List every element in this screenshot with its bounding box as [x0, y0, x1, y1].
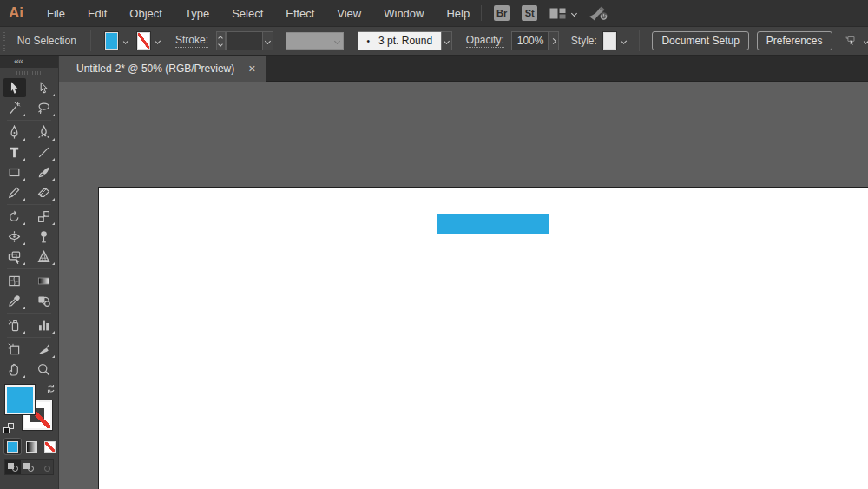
- workspace-layout-icon: [549, 8, 566, 19]
- select-similar-icon[interactable]: [845, 33, 858, 49]
- tool-width[interactable]: [3, 227, 26, 246]
- perspective-grid-icon: [36, 249, 51, 264]
- tool-selection[interactable]: [3, 78, 26, 97]
- stepper-up-icon[interactable]: [218, 36, 223, 41]
- tool-eraser[interactable]: [33, 182, 56, 202]
- tool-perspective-grid[interactable]: [33, 247, 56, 266]
- workspace-switcher[interactable]: [549, 8, 576, 19]
- fill-swatch[interactable]: [5, 385, 35, 414]
- fill-color-swatch[interactable]: [105, 32, 118, 50]
- canvas-pasteboard[interactable]: [59, 82, 868, 489]
- tool-magic-wand[interactable]: [3, 98, 26, 117]
- tool-type[interactable]: [3, 142, 26, 162]
- tool-hand[interactable]: [3, 360, 26, 379]
- tool-mesh[interactable]: [3, 271, 26, 290]
- tool-gradient[interactable]: [33, 271, 56, 290]
- panel-grip[interactable]: [3, 30, 5, 51]
- menu-type[interactable]: Type: [174, 7, 220, 20]
- tool-lasso[interactable]: [33, 98, 56, 117]
- select-similar-chevron-icon[interactable]: [864, 38, 868, 43]
- menu-file[interactable]: File: [36, 7, 76, 20]
- tool-row: [0, 78, 58, 98]
- tool-row: [0, 227, 58, 247]
- tool-shaper[interactable]: [3, 182, 26, 202]
- tool-eyedropper[interactable]: [3, 291, 26, 310]
- eraser-icon: [36, 185, 51, 200]
- style-chevron-icon[interactable]: [621, 38, 626, 43]
- tool-slice[interactable]: [33, 340, 56, 359]
- tool-scale[interactable]: [33, 207, 56, 226]
- stepper-down-icon[interactable]: [218, 42, 223, 47]
- draw-normal-button[interactable]: [5, 460, 21, 474]
- selection-status: No Selection: [17, 35, 76, 47]
- menu-window[interactable]: Window: [372, 7, 435, 20]
- menubar-divider: [481, 5, 482, 21]
- stroke-label[interactable]: Stroke:: [175, 34, 208, 48]
- tool-symbol-sprayer[interactable]: [3, 315, 26, 334]
- chevron-right-icon: [550, 37, 556, 43]
- tool-rotate[interactable]: [3, 207, 26, 226]
- stroke-weight-dropdown[interactable]: [263, 31, 273, 50]
- tool-shape-builder[interactable]: [3, 247, 26, 266]
- menu-edit[interactable]: Edit: [76, 7, 118, 20]
- opacity-label[interactable]: Opacity:: [466, 34, 504, 48]
- tool-row: [0, 360, 58, 380]
- menu-effect[interactable]: Effect: [274, 7, 326, 20]
- preferences-button[interactable]: Preferences: [757, 31, 832, 50]
- opacity-options-button[interactable]: [549, 31, 559, 50]
- control-bar: No Selection Stroke: • 3 pt. Round Opaci…: [0, 26, 868, 56]
- magic-wand-icon: [7, 101, 22, 116]
- document-tab[interactable]: Untitled-2* @ 50% (RGB/Preview) ×: [59, 56, 266, 82]
- tab-close-icon[interactable]: ×: [248, 63, 255, 75]
- bridge-icon[interactable]: Br: [494, 5, 510, 21]
- blue-rectangle-shape[interactable]: [437, 214, 549, 234]
- style-swatch[interactable]: [603, 32, 616, 50]
- swap-fill-stroke-icon[interactable]: [46, 384, 56, 393]
- tool-zoom[interactable]: [33, 360, 56, 379]
- artboard-icon: [7, 342, 22, 357]
- toolbar-collapse-button[interactable]: ««: [0, 56, 58, 68]
- fill-chevron-icon[interactable]: [122, 38, 128, 43]
- mesh-icon: [7, 274, 22, 288]
- symbol-sprayer-icon: [7, 318, 22, 333]
- menu-help[interactable]: Help: [435, 7, 481, 20]
- menu-select[interactable]: Select: [220, 7, 274, 20]
- gpu-performance-icon[interactable]: [589, 5, 609, 21]
- stroke-weight-field[interactable]: [226, 31, 263, 50]
- stroke-chevron-icon[interactable]: [155, 38, 161, 43]
- toolbar-grip[interactable]: [0, 68, 58, 78]
- tool-blend[interactable]: [33, 291, 56, 310]
- tool-pen[interactable]: [3, 122, 26, 142]
- draw-inside-button[interactable]: [37, 460, 53, 474]
- stroke-weight-stepper[interactable]: [216, 31, 226, 50]
- document-setup-button[interactable]: Document Setup: [652, 31, 748, 50]
- artboard[interactable]: [98, 187, 868, 489]
- tool-direct-selection[interactable]: [33, 78, 56, 97]
- toolbar-separator: [7, 313, 51, 314]
- tool-line-segment[interactable]: [33, 142, 56, 162]
- toolbar-separator: [7, 204, 51, 205]
- tool-puppet-warp[interactable]: [33, 227, 56, 246]
- menu-object[interactable]: Object: [118, 7, 174, 20]
- rotate-icon: [7, 209, 22, 224]
- tool-paintbrush[interactable]: [33, 162, 56, 182]
- tool-row: [0, 340, 58, 360]
- style-label: Style:: [571, 35, 597, 47]
- color-button[interactable]: [4, 439, 21, 454]
- variable-width-profile-dropdown[interactable]: • 3 pt. Round: [358, 31, 443, 50]
- tool-rectangle[interactable]: [3, 162, 26, 182]
- tool-artboard[interactable]: [3, 340, 26, 359]
- none-button[interactable]: [42, 439, 58, 454]
- tool-curvature[interactable]: [33, 122, 56, 142]
- stroke-color-swatch[interactable]: [137, 32, 150, 50]
- menu-view[interactable]: View: [326, 7, 372, 20]
- opacity-field[interactable]: 100%: [511, 31, 549, 50]
- tool-column-graph[interactable]: [33, 315, 56, 334]
- stock-icon[interactable]: St: [522, 5, 537, 21]
- gradient-button[interactable]: [23, 439, 40, 454]
- toolbar-separator: [7, 120, 51, 121]
- profile-chevron[interactable]: [442, 31, 452, 50]
- brush-definition-dropdown[interactable]: [286, 32, 344, 50]
- default-fill-stroke-icon[interactable]: [3, 423, 14, 433]
- draw-behind-button[interactable]: [21, 460, 36, 474]
